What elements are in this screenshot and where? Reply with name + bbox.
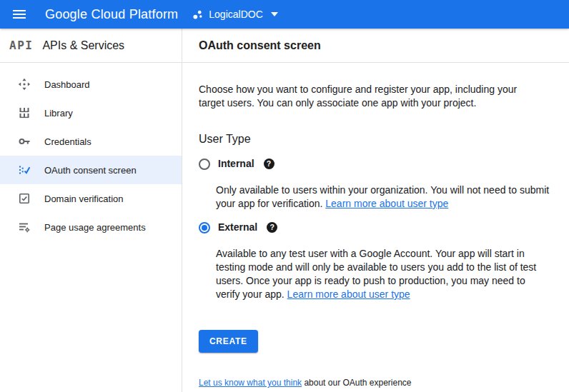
sidebar-nav: Dashboard Library bbox=[0, 63, 182, 241]
sidebar-item-domain-verification[interactable]: Domain verification bbox=[0, 184, 182, 213]
key-icon bbox=[18, 135, 31, 148]
radio-external-label[interactable]: External bbox=[218, 221, 257, 234]
domain-verification-icon bbox=[18, 192, 31, 205]
sidebar: API APIs & Services Dashboard bbox=[0, 29, 182, 392]
hamburger-menu-button[interactable] bbox=[13, 6, 31, 23]
radio-external[interactable] bbox=[199, 222, 210, 233]
user-type-option-external[interactable]: External ? bbox=[199, 221, 552, 234]
library-icon bbox=[18, 106, 31, 119]
main-header: OAuth consent screen bbox=[182, 29, 569, 63]
radio-internal-label[interactable]: Internal bbox=[218, 157, 254, 171]
sidebar-item-label: Credentials bbox=[44, 136, 91, 147]
sidebar-section-title: APIs & Services bbox=[42, 39, 124, 52]
sidebar-item-label: Library bbox=[44, 108, 73, 119]
radio-internal[interactable] bbox=[199, 159, 210, 170]
learn-more-link-external[interactable]: Learn more about user type bbox=[287, 288, 410, 300]
sidebar-header: API APIs & Services bbox=[0, 29, 182, 63]
feedback-note: Let us know what you think about our OAu… bbox=[199, 376, 552, 390]
create-button[interactable]: CREATE bbox=[199, 330, 258, 353]
page-title: OAuth consent screen bbox=[199, 39, 321, 52]
sidebar-item-credentials[interactable]: Credentials bbox=[0, 127, 182, 156]
page-usage-icon bbox=[18, 221, 31, 233]
body: API APIs & Services Dashboard bbox=[0, 29, 569, 392]
learn-more-link-internal[interactable]: Learn more about user type bbox=[325, 198, 448, 209]
project-name: LogicalDOC bbox=[209, 9, 262, 20]
feedback-text: about our OAuth experience bbox=[302, 378, 411, 388]
help-icon[interactable]: ? bbox=[264, 159, 274, 169]
product-logo[interactable]: Google Cloud Platform bbox=[45, 7, 178, 22]
feedback-link[interactable]: Let us know what you think bbox=[199, 378, 302, 388]
hamburger-icon bbox=[13, 10, 26, 19]
sidebar-item-oauth-consent-screen[interactable]: OAuth consent screen bbox=[0, 156, 182, 184]
app-window: Google Cloud Platform LogicalDOC API API… bbox=[0, 0, 569, 392]
sidebar-item-dashboard[interactable]: Dashboard bbox=[0, 70, 182, 99]
user-type-option-internal[interactable]: Internal ? bbox=[199, 157, 552, 171]
api-logo: API bbox=[9, 39, 33, 52]
user-type-heading: User Type bbox=[199, 132, 552, 146]
sidebar-item-page-usage-agreements[interactable]: Page usage agreements bbox=[0, 213, 182, 241]
external-description: Available to any test user with a Google… bbox=[216, 247, 552, 301]
top-app-bar: Google Cloud Platform LogicalDOC bbox=[0, 0, 569, 29]
sidebar-item-label: OAuth consent screen bbox=[44, 165, 137, 176]
internal-description: Only available to users within your orga… bbox=[216, 184, 552, 211]
sidebar-item-label: Domain verification bbox=[44, 194, 124, 204]
project-icon bbox=[192, 9, 203, 20]
project-selector[interactable]: LogicalDOC bbox=[192, 9, 277, 20]
sidebar-item-library[interactable]: Library bbox=[0, 99, 182, 127]
intro-text: Choose how you want to configure and reg… bbox=[199, 83, 543, 110]
dashboard-icon bbox=[18, 78, 31, 91]
main-panel: OAuth consent screen Choose how you want… bbox=[182, 29, 569, 392]
fact-check-icon bbox=[18, 164, 31, 176]
sidebar-item-label: Dashboard bbox=[44, 79, 90, 90]
sidebar-item-label: Page usage agreements bbox=[44, 222, 146, 233]
chevron-down-icon bbox=[271, 12, 278, 16]
main-content: Choose how you want to configure and reg… bbox=[182, 63, 569, 390]
help-icon[interactable]: ? bbox=[267, 222, 277, 233]
